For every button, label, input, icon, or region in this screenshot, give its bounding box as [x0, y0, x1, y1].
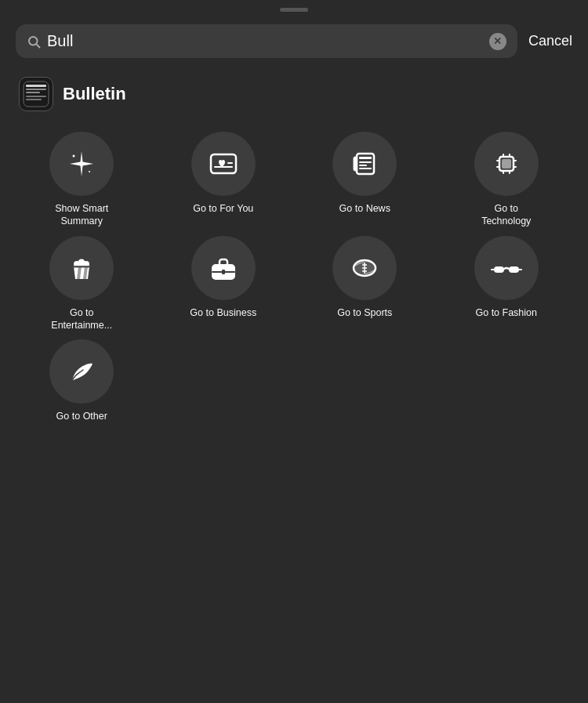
svg-rect-32 [73, 266, 90, 268]
technology-label: Go to Technology [471, 202, 542, 228]
svg-rect-17 [359, 165, 367, 166]
shortcuts-grid: Show Smart Summary Go to For You G [0, 124, 588, 430]
svg-rect-16 [359, 161, 372, 163]
for-you-label: Go to For You [193, 202, 253, 215]
app-icon [19, 77, 53, 111]
svg-rect-5 [26, 92, 40, 93]
search-box[interactable]: Bull ✕ [16, 24, 517, 58]
svg-rect-23 [503, 171, 504, 174]
sports-label: Go to Sports [337, 306, 392, 319]
popcorn-icon [49, 236, 114, 300]
search-icon [27, 34, 41, 49]
grid-item-fashion[interactable]: Go to Fashion [437, 236, 576, 332]
svg-rect-6 [26, 96, 46, 97]
other-label: Go to Other [56, 410, 107, 422]
chip-icon [474, 132, 539, 196]
svg-point-9 [89, 171, 90, 172]
sparkle-icon [49, 132, 114, 196]
svg-rect-4 [26, 89, 46, 90]
entertainment-label: Go to Entertainme... [46, 306, 117, 332]
search-input[interactable]: Bull [47, 32, 483, 50]
svg-rect-22 [509, 154, 510, 157]
sunglasses-icon [474, 236, 539, 300]
news-label: Go to News [339, 202, 390, 215]
grid-item-technology[interactable]: Go to Technology [437, 132, 576, 228]
svg-rect-36 [222, 270, 225, 274]
svg-rect-18 [359, 168, 372, 169]
smart-summary-label: Show Smart Summary [46, 202, 117, 228]
grid-item-sports[interactable]: Go to Sports [296, 236, 434, 332]
svg-point-8 [73, 155, 75, 158]
svg-rect-20 [502, 159, 511, 169]
fashion-label: Go to Fashion [475, 306, 537, 319]
svg-rect-24 [509, 171, 510, 174]
grid-item-entertainment[interactable]: Go to Entertainme... [13, 236, 151, 332]
svg-rect-25 [496, 160, 499, 161]
grid-item-for-you[interactable]: Go to For You [154, 132, 293, 228]
app-header: Bulletin [0, 71, 588, 124]
football-icon [332, 236, 397, 300]
briefcase-icon [191, 236, 256, 300]
svg-line-1 [36, 44, 39, 47]
leaf-icon [49, 339, 114, 404]
svg-rect-12 [214, 166, 233, 168]
svg-rect-11 [227, 162, 233, 164]
grid-item-other[interactable]: Go to Other [13, 339, 151, 422]
clear-button[interactable]: ✕ [489, 33, 506, 50]
svg-rect-13 [357, 154, 374, 174]
heart-list-icon [191, 132, 256, 196]
svg-rect-7 [26, 99, 42, 100]
svg-rect-15 [359, 157, 372, 159]
grid-item-smart-summary[interactable]: Show Smart Summary [13, 132, 151, 228]
app-name: Bulletin [63, 84, 126, 104]
svg-rect-3 [26, 85, 46, 87]
svg-rect-14 [354, 157, 357, 171]
grid-item-business[interactable]: Go to Business [154, 236, 293, 332]
svg-rect-43 [494, 266, 504, 273]
newspaper-icon [332, 132, 397, 196]
svg-rect-44 [509, 266, 519, 273]
grid-item-news[interactable]: Go to News [296, 132, 434, 228]
svg-rect-21 [503, 154, 504, 157]
svg-rect-26 [496, 166, 499, 168]
business-label: Go to Business [190, 306, 256, 319]
search-bar-row: Bull ✕ Cancel [0, 12, 588, 71]
svg-rect-28 [514, 166, 517, 168]
cancel-button[interactable]: Cancel [528, 33, 572, 49]
svg-rect-27 [514, 160, 517, 161]
